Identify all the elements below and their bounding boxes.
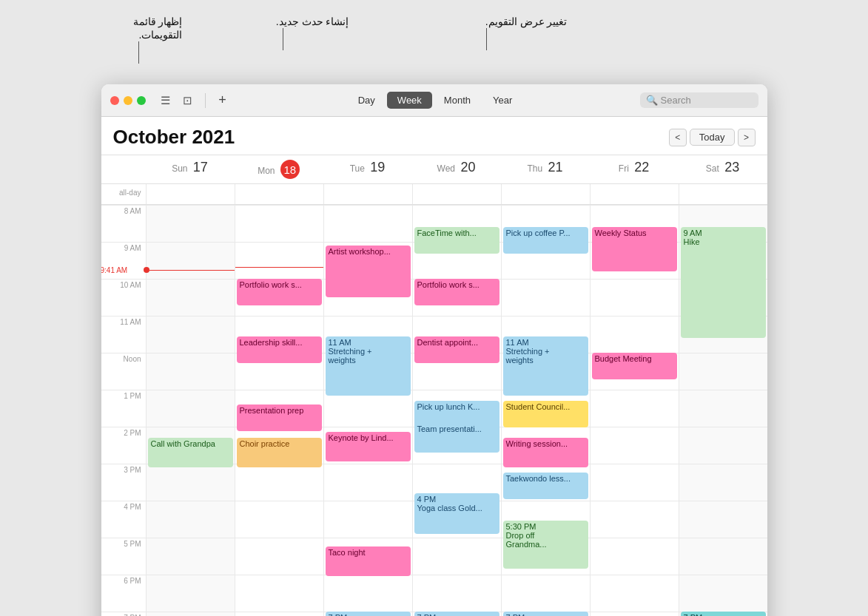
day-name-fri: Fri bbox=[619, 163, 629, 174]
event-student-council[interactable]: Student Council... bbox=[503, 401, 588, 427]
calendar-header: October 2021 < Today > bbox=[101, 117, 767, 155]
allday-label: all-day bbox=[101, 184, 146, 204]
time-label-11am: 11 AM bbox=[101, 316, 146, 353]
event-presentation-prep[interactable]: Presentation prep bbox=[237, 405, 322, 431]
close-button[interactable] bbox=[110, 96, 119, 105]
day-name-wed: Wed bbox=[437, 163, 455, 174]
current-time-indicator: 9:41 AM bbox=[147, 267, 235, 273]
annotation-area: إظهار قائمة التقويمات. إنشاء حدث جديد. ت… bbox=[101, 15, 767, 81]
day-header-thu: Thu 21 bbox=[501, 155, 590, 183]
allday-mon bbox=[235, 184, 323, 204]
allday-thu bbox=[501, 184, 590, 204]
search-placeholder: Search bbox=[661, 95, 691, 106]
search-icon: 🔍 bbox=[646, 95, 658, 106]
event-pickup-coffee[interactable]: Pick up coffee P... bbox=[503, 227, 588, 254]
day-header-sun: Sun 17 bbox=[146, 155, 235, 183]
event-call-grandpa[interactable]: Call with Grandpa bbox=[148, 438, 233, 467]
event-portfolio-mon[interactable]: Portfolio work s... bbox=[237, 279, 322, 305]
allday-row: all-day bbox=[101, 184, 767, 205]
next-button[interactable]: > bbox=[738, 129, 756, 146]
day-name-sun: Sun bbox=[172, 163, 187, 174]
event-keynote[interactable]: Keynote by Lind... bbox=[326, 432, 411, 461]
time-label-7pm: 7 PM bbox=[101, 612, 146, 616]
event-taco-night[interactable]: Taco night bbox=[326, 546, 411, 576]
calendar-window: ☰ ⊡ + Day Week Month Year 🔍 Search Octob… bbox=[101, 84, 767, 616]
event-7pm-wed[interactable]: 7 PM bbox=[414, 612, 499, 616]
day-header-tue: Tue 19 bbox=[323, 155, 412, 183]
day-col-sat: 9 AMHike 7 PM bbox=[679, 205, 767, 616]
day-header-wed: Wed 20 bbox=[412, 155, 501, 183]
event-portfolio-wed[interactable]: Portfolio work s... bbox=[414, 279, 499, 305]
event-7pm-thu[interactable]: 7 PM bbox=[503, 612, 588, 616]
time-grid: 8 AM 9 AM 10 AM 11 AM Noon 1 PM 2 PM 3 P… bbox=[101, 205, 767, 616]
allday-tue bbox=[323, 184, 412, 204]
current-time-line-mon bbox=[235, 267, 323, 268]
view-month-button[interactable]: Month bbox=[434, 92, 481, 109]
event-dentist[interactable]: Dentist appoint... bbox=[414, 336, 499, 363]
search-area: 🔍 Search bbox=[640, 92, 758, 108]
day-header-sat: Sat 23 bbox=[679, 155, 767, 183]
day-num-22: 22 bbox=[634, 160, 649, 175]
time-label-4pm: 4 PM bbox=[101, 501, 146, 538]
add-event-icon[interactable]: + bbox=[215, 92, 231, 109]
ann1: إظهار قائمة التقويمات. bbox=[116, 15, 183, 64]
current-time-dot bbox=[144, 267, 149, 273]
event-artist-workshop[interactable]: Artist workshop... bbox=[326, 246, 411, 297]
day-num-23: 23 bbox=[724, 160, 739, 175]
time-label-8am: 8 AM bbox=[101, 205, 146, 242]
event-writing-session[interactable]: Writing session... bbox=[503, 438, 588, 467]
time-label-6pm: 6 PM bbox=[101, 575, 146, 612]
ann3: تغيير عرض التقويم. bbox=[420, 15, 568, 50]
day-num-20: 20 bbox=[460, 160, 475, 175]
time-label-noon: Noon bbox=[101, 353, 146, 390]
event-taekwondo[interactable]: Taekwondo less... bbox=[503, 473, 588, 499]
day-name-tue: Tue bbox=[350, 163, 365, 174]
day-col-sun: 9:41 AM Call with Grandpa bbox=[146, 205, 235, 616]
day-header-mon: Mon 18 bbox=[235, 155, 323, 183]
day-name-sat: Sat bbox=[706, 163, 719, 174]
search-box[interactable]: 🔍 Search bbox=[640, 92, 758, 108]
inbox-icon[interactable]: ⊡ bbox=[180, 92, 196, 109]
day-col-fri: Weekly Status Budget Meeting bbox=[590, 205, 679, 616]
event-weekly-status[interactable]: Weekly Status bbox=[592, 227, 677, 271]
titlebar: ☰ ⊡ + Day Week Month Year 🔍 Search bbox=[101, 84, 767, 117]
view-week-button[interactable]: Week bbox=[387, 92, 432, 109]
event-choir-practice[interactable]: Choir practice bbox=[237, 438, 322, 467]
view-day-button[interactable]: Day bbox=[348, 92, 386, 109]
event-stretching-tue[interactable]: 11 AMStretching +weights bbox=[326, 336, 411, 396]
event-7pm-tue[interactable]: 7 PM bbox=[326, 612, 411, 616]
event-7pm-sat[interactable]: 7 PM bbox=[681, 612, 766, 616]
day-name-thu: Thu bbox=[527, 163, 542, 174]
prev-button[interactable]: < bbox=[669, 129, 687, 146]
time-label-3pm: 3 PM bbox=[101, 464, 146, 501]
view-switcher: Day Week Month Year bbox=[237, 92, 634, 109]
allday-fri bbox=[590, 184, 679, 204]
event-team-presentation[interactable]: Team presentati... bbox=[414, 423, 499, 453]
day-col-mon: Portfolio work s... Leadership skill... … bbox=[235, 205, 323, 616]
traffic-lights bbox=[110, 96, 146, 105]
fullscreen-button[interactable] bbox=[137, 96, 146, 105]
allday-wed bbox=[412, 184, 501, 204]
today-button[interactable]: Today bbox=[690, 129, 735, 146]
time-label-2pm: 2 PM bbox=[101, 427, 146, 464]
day-num-21: 21 bbox=[548, 160, 563, 175]
event-budget-meeting[interactable]: Budget Meeting bbox=[592, 353, 677, 379]
month-year-title: October 2021 bbox=[113, 126, 235, 149]
day-name-mon: Mon bbox=[258, 166, 275, 176]
day-col-tue: Artist workshop... 11 AMStretching +weig… bbox=[323, 205, 412, 616]
event-leadership[interactable]: Leadership skill... bbox=[237, 336, 322, 363]
day-num-18: 18 bbox=[280, 160, 300, 179]
event-facetime[interactable]: FaceTime with... bbox=[414, 227, 499, 254]
event-yoga[interactable]: 4 PMYoga class Gold... bbox=[414, 493, 499, 534]
view-year-button[interactable]: Year bbox=[482, 92, 522, 109]
time-label-10am: 10 AM bbox=[101, 279, 146, 316]
day-columns: 9:41 AM Call with Grandpa Portfolio work… bbox=[146, 205, 767, 616]
calendar-list-icon[interactable]: ☰ bbox=[158, 92, 174, 109]
time-label-1pm: 1 PM bbox=[101, 390, 146, 427]
minimize-button[interactable] bbox=[124, 96, 132, 105]
event-hike[interactable]: 9 AMHike bbox=[681, 227, 766, 338]
event-drop-grandma[interactable]: 5:30 PMDrop offGrandma... bbox=[503, 521, 588, 569]
day-col-thu: Pick up coffee P... 11 AMStretching +wei… bbox=[501, 205, 590, 616]
day-num-17: 17 bbox=[193, 160, 208, 175]
event-stretching-thu[interactable]: 11 AMStretching +weights bbox=[503, 336, 588, 396]
